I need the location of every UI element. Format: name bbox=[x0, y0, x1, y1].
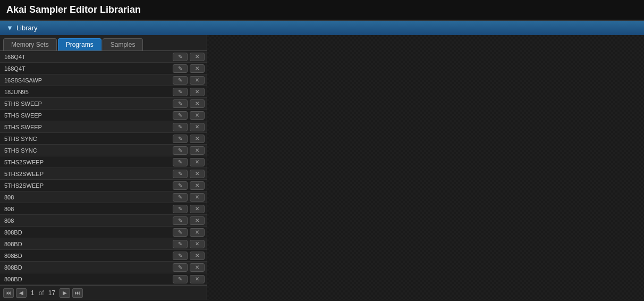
row-name: 808 bbox=[2, 218, 173, 224]
edit-button[interactable]: ✎ bbox=[173, 205, 188, 213]
row-name: 5THS2SWEEP bbox=[2, 159, 173, 165]
delete-button[interactable]: ✕ bbox=[190, 53, 205, 61]
row-name: 5THS SYNC bbox=[2, 136, 173, 142]
row-name: 5THS SYNC bbox=[2, 147, 173, 154]
page-total: 17 bbox=[46, 289, 57, 297]
edit-button[interactable]: ✎ bbox=[173, 216, 188, 225]
table-row: 5THS SYNC✎✕ bbox=[0, 133, 207, 145]
row-name: 5THS2SWEEP bbox=[2, 171, 173, 177]
edit-button[interactable]: ✎ bbox=[173, 170, 188, 178]
page-last-button[interactable]: ⏭ bbox=[72, 288, 83, 298]
table-row: 168Q4T✎✕ bbox=[0, 51, 207, 63]
library-bar: ▼ Library bbox=[0, 21, 644, 35]
edit-button[interactable]: ✎ bbox=[173, 263, 188, 272]
edit-button[interactable]: ✎ bbox=[173, 88, 188, 96]
table-row: 5THS SWEEP✎✕ bbox=[0, 98, 207, 110]
delete-button[interactable]: ✕ bbox=[190, 111, 205, 120]
row-name: 5THS SWEEP bbox=[2, 124, 173, 130]
edit-button[interactable]: ✎ bbox=[173, 99, 188, 108]
edit-button[interactable]: ✎ bbox=[173, 193, 188, 202]
row-name: 808BD bbox=[2, 229, 173, 236]
delete-button[interactable]: ✕ bbox=[190, 181, 205, 190]
edit-button[interactable]: ✎ bbox=[173, 135, 188, 143]
row-name: 808BD bbox=[2, 276, 173, 282]
table-row: 808BD✎✕ bbox=[0, 238, 207, 250]
edit-button[interactable]: ✎ bbox=[173, 64, 188, 73]
row-name: 18JUN95 bbox=[2, 89, 173, 95]
delete-button[interactable]: ✕ bbox=[190, 170, 205, 178]
edit-button[interactable]: ✎ bbox=[173, 111, 188, 120]
page-of-label: of bbox=[39, 289, 44, 297]
table-row: 808✎✕ bbox=[0, 191, 207, 203]
delete-button[interactable]: ✕ bbox=[190, 252, 205, 260]
row-name: 808 bbox=[2, 194, 173, 200]
delete-button[interactable]: ✕ bbox=[190, 275, 205, 283]
delete-button[interactable]: ✕ bbox=[190, 64, 205, 73]
table-row: 168Q4T✎✕ bbox=[0, 63, 207, 74]
table-row: 5THS2SWEEP✎✕ bbox=[0, 168, 207, 180]
page-prev-button[interactable]: ◀ bbox=[16, 288, 27, 298]
app-title: Akai Sampler Editor Librarian bbox=[6, 4, 638, 15]
table-row: 808BD✎✕ bbox=[0, 262, 207, 273]
edit-button[interactable]: ✎ bbox=[173, 181, 188, 190]
pagination-bar: ⏮ ◀ 1 of 17 ▶ ⏭ bbox=[0, 285, 207, 300]
table-row: 5THS SWEEP✎✕ bbox=[0, 110, 207, 121]
tab-memory-sets[interactable]: Memory Sets bbox=[3, 38, 57, 51]
page-next-button[interactable]: ▶ bbox=[60, 288, 70, 298]
table-row: 5THS SWEEP✎✕ bbox=[0, 121, 207, 133]
table-row: 16S8S4SAWP✎✕ bbox=[0, 74, 207, 86]
row-name: 808BD bbox=[2, 264, 173, 271]
delete-button[interactable]: ✕ bbox=[190, 146, 205, 155]
table-row: 808✎✕ bbox=[0, 215, 207, 227]
edit-button[interactable]: ✎ bbox=[173, 275, 188, 283]
row-name: 5THS2SWEEP bbox=[2, 182, 173, 189]
table-row: 808BD✎✕ bbox=[0, 250, 207, 262]
programs-list: 168Q4T✎✕168Q4T✎✕16S8S4SAWP✎✕18JUN95✎✕5TH… bbox=[0, 51, 207, 285]
edit-button[interactable]: ✎ bbox=[173, 228, 188, 237]
title-bar: Akai Sampler Editor Librarian bbox=[0, 0, 644, 21]
row-name: 5THS SWEEP bbox=[2, 101, 173, 107]
delete-button[interactable]: ✕ bbox=[190, 263, 205, 272]
table-row: 808✎✕ bbox=[0, 203, 207, 215]
table-row: 5THS2SWEEP✎✕ bbox=[0, 180, 207, 191]
delete-button[interactable]: ✕ bbox=[190, 76, 205, 85]
edit-button[interactable]: ✎ bbox=[173, 146, 188, 155]
row-name: 808 bbox=[2, 206, 173, 212]
edit-button[interactable]: ✎ bbox=[173, 123, 188, 131]
delete-button[interactable]: ✕ bbox=[190, 216, 205, 225]
table-row: 18JUN95✎✕ bbox=[0, 86, 207, 98]
row-name: 808BD bbox=[2, 253, 173, 259]
page-number: 1 bbox=[29, 289, 37, 297]
delete-button[interactable]: ✕ bbox=[190, 123, 205, 131]
page-first-button[interactable]: ⏮ bbox=[3, 288, 14, 298]
table-row: 808BD✎✕ bbox=[0, 227, 207, 238]
edit-button[interactable]: ✎ bbox=[173, 252, 188, 260]
row-name: 16S8S4SAWP bbox=[2, 77, 173, 83]
delete-button[interactable]: ✕ bbox=[190, 205, 205, 213]
row-name: 808BD bbox=[2, 241, 173, 247]
delete-button[interactable]: ✕ bbox=[190, 158, 205, 166]
main-area: Memory Sets Programs Samples 168Q4T✎✕168… bbox=[0, 35, 644, 300]
tabs-bar: Memory Sets Programs Samples bbox=[0, 35, 207, 51]
edit-button[interactable]: ✎ bbox=[173, 158, 188, 166]
delete-button[interactable]: ✕ bbox=[190, 135, 205, 143]
library-arrow-icon: ▼ bbox=[6, 24, 13, 32]
edit-button[interactable]: ✎ bbox=[173, 76, 188, 85]
delete-button[interactable]: ✕ bbox=[190, 228, 205, 237]
delete-button[interactable]: ✕ bbox=[190, 193, 205, 202]
left-panel: Memory Sets Programs Samples 168Q4T✎✕168… bbox=[0, 35, 207, 300]
tab-programs[interactable]: Programs bbox=[58, 38, 101, 51]
edit-button[interactable]: ✎ bbox=[173, 53, 188, 61]
delete-button[interactable]: ✕ bbox=[190, 88, 205, 96]
row-name: 168Q4T bbox=[2, 54, 173, 60]
row-name: 168Q4T bbox=[2, 65, 173, 72]
right-panel bbox=[207, 35, 644, 300]
tab-samples[interactable]: Samples bbox=[103, 38, 143, 51]
edit-button[interactable]: ✎ bbox=[173, 240, 188, 248]
delete-button[interactable]: ✕ bbox=[190, 240, 205, 248]
library-label: Library bbox=[16, 24, 38, 32]
table-row: 5THS2SWEEP✎✕ bbox=[0, 156, 207, 168]
delete-button[interactable]: ✕ bbox=[190, 99, 205, 108]
row-name: 5THS SWEEP bbox=[2, 112, 173, 119]
table-row: 5THS SYNC✎✕ bbox=[0, 145, 207, 156]
